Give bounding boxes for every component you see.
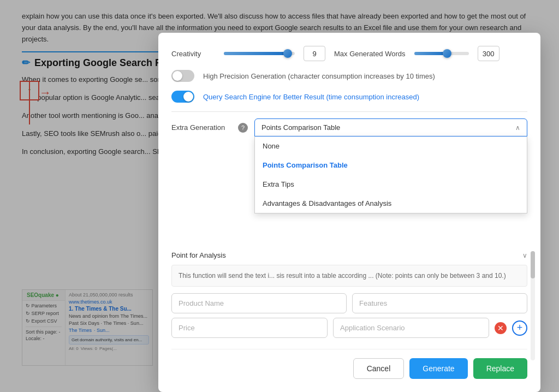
dropdown-item-advantages[interactable]: Advantages & Disadvantages of Analysis <box>255 194 527 213</box>
fields-grid: Product Name Features <box>171 293 527 313</box>
point-section-header[interactable]: Point for Analysis ∨ <box>171 251 527 259</box>
high-precision-row: High Precision Generation (character con… <box>171 70 527 82</box>
dropdown-item-tips[interactable]: Extra Tips <box>255 175 527 194</box>
field-features[interactable]: Features <box>352 293 527 313</box>
query-toggle[interactable] <box>171 91 194 103</box>
creativity-value[interactable]: 9 <box>304 46 325 61</box>
field-row-price: Price Application Scenario ✕ + <box>171 318 527 338</box>
max-words-label: Max Generated Words <box>334 50 406 58</box>
max-words-slider[interactable] <box>414 52 469 55</box>
cancel-button[interactable]: Cancel <box>353 358 405 379</box>
description-box: This function will send the text i... si… <box>171 265 527 287</box>
sliders-row: Creativity 9 Max Generated Words 300 <box>171 46 527 61</box>
replace-button[interactable]: Replace <box>473 358 527 379</box>
scrollbar-track <box>531 251 535 360</box>
modal: Creativity 9 Max Generated Words 300 Hig… <box>158 33 540 392</box>
query-label: Query Search Engine for Better Result (t… <box>203 93 419 101</box>
scrollbar-thumb <box>531 251 535 278</box>
help-icon[interactable]: ? <box>238 123 248 133</box>
delete-field-button[interactable]: ✕ <box>495 322 507 334</box>
creativity-slider[interactable] <box>224 52 295 55</box>
extra-gen-dropdown-container: Points Comparison Table ∧ None Points Co… <box>254 118 527 136</box>
generate-button[interactable]: Generate <box>409 358 467 379</box>
high-precision-label: High Precision Generation (character con… <box>203 72 435 80</box>
dropdown-item-points[interactable]: Points Comparison Table <box>255 156 527 175</box>
field-product-name[interactable]: Product Name <box>171 293 347 313</box>
modal-footer: Cancel Generate Replace <box>171 349 527 379</box>
divider <box>171 111 527 112</box>
extra-gen-row: Extra Generation ? Points Comparison Tab… <box>171 118 527 136</box>
point-section-label: Point for Analysis <box>171 251 226 259</box>
dropdown-selected-label: Points Comparison Table <box>261 123 340 132</box>
high-precision-toggle[interactable] <box>171 70 194 82</box>
add-field-button[interactable]: + <box>512 320 527 336</box>
chevron-down-icon: ∨ <box>522 252 527 259</box>
field-price[interactable]: Price <box>171 318 328 338</box>
extra-gen-label: Extra Generation <box>171 123 231 132</box>
chevron-up-icon: ∧ <box>515 124 520 132</box>
dropdown-menu[interactable]: None Points Comparison Table Extra Tips … <box>254 136 527 213</box>
extra-gen-dropdown[interactable]: Points Comparison Table ∧ <box>254 118 527 136</box>
creativity-label: Creativity <box>171 50 215 58</box>
point-section: Point for Analysis ∨ This function will … <box>171 251 527 338</box>
query-row: Query Search Engine for Better Result (t… <box>171 91 527 103</box>
max-words-value[interactable]: 300 <box>478 46 499 61</box>
dropdown-item-none[interactable]: None <box>255 136 527 156</box>
field-application-scenario[interactable]: Application Scenario <box>333 318 489 338</box>
